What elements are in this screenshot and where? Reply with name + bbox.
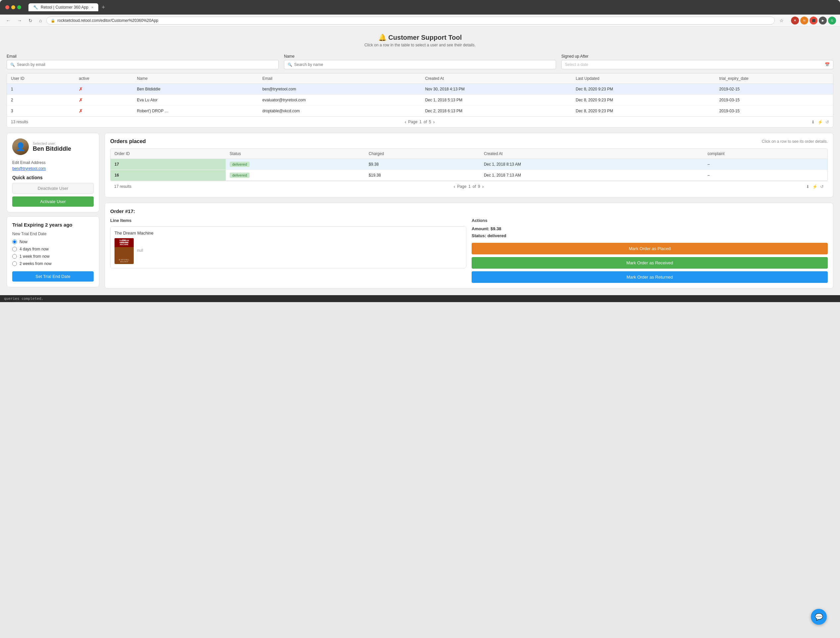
mark-placed-button[interactable]: Mark Order as Placed [472,243,828,255]
results-count: 13 results [11,120,28,124]
order-col-complaint: complaint [704,149,827,159]
orders-refresh-btn[interactable]: ↺ [820,184,824,189]
address-bar[interactable]: 🔒 rocksetcloud.retool.com/editor/Custome… [46,17,775,25]
line-items-label: Line Items [110,218,466,223]
user-table-row[interactable]: 3 ✗ Robert') DROP … droptable@xkcd.com D… [7,106,833,117]
next-page-btn[interactable]: › [433,119,435,125]
browser-tab[interactable]: 🔧 Retool | Customer 360 App ✕ [28,3,98,11]
orders-total-pages: 9 [478,184,480,189]
trial-radio-input[interactable] [12,247,17,252]
cell-updated: Dec 8, 2020 9:23 PM [572,84,715,95]
trial-radio-label: Now [19,239,27,244]
email-search-input[interactable] [17,62,275,67]
order-table-row[interactable]: 16 delivered $19.38 Dec 1, 2018 7:13 AM … [111,170,827,181]
users-table-container: User ID active Name Email Created At Las… [6,73,834,128]
activate-user-button[interactable]: Activate User [12,196,94,207]
trial-radio-option[interactable]: Now [12,239,94,244]
orders-next-page[interactable]: › [482,184,484,189]
extension-btn-5[interactable]: G [828,17,836,25]
actions-label: Actions [472,218,828,223]
col-last-updated: Last Updated [572,74,715,84]
pagination: ‹ Page 1 of 5 › [405,119,435,125]
cell-user-id: 3 [7,106,75,117]
cell-order-id: 16 [111,170,226,181]
col-trial: trial_expiry_date [715,74,833,84]
reload-button[interactable]: ↻ [27,17,35,24]
date-filter-input[interactable]: Select a date 📅 [561,60,834,69]
maximize-button[interactable] [17,5,21,9]
mark-returned-button[interactable]: Mark Order as Returned [472,271,828,283]
bookmark-button[interactable]: ☆ [777,17,786,24]
trial-radio-label: 4 days from now [19,247,49,252]
trial-radio-option[interactable]: 1 week from now [12,254,94,259]
close-button[interactable] [5,5,9,9]
orders-filter-btn[interactable]: ⚡ [812,184,818,189]
tab-close-button[interactable]: ✕ [91,6,94,9]
orders-current-page: 1 [468,184,471,189]
email-filter-label: Email [6,54,279,59]
col-email: Email [259,74,421,84]
trial-radio-input[interactable] [12,254,17,259]
extension-btn-3[interactable]: ⬛ [810,17,818,25]
extension-btn-1[interactable]: ✕ [791,17,799,25]
minimize-button[interactable] [11,5,15,9]
back-button[interactable]: ← [4,17,13,24]
cell-updated: Dec 8, 2020 9:23 PM [572,95,715,106]
date-filter-label: Signed up After [561,54,834,59]
item-null: null [137,238,143,253]
page-label: Page [408,120,417,124]
trial-radio-input[interactable] [12,261,17,266]
col-created-at: Created At [421,74,572,84]
app-header: 🔔 Customer Support Tool Click on a row i… [6,33,834,47]
cell-order-complaint: – [704,170,827,181]
forward-button[interactable]: → [15,17,24,24]
deactivate-user-button[interactable]: Deactivate User [12,183,94,194]
col-user-id: User ID [7,74,75,84]
trial-radio-input[interactable] [12,239,17,244]
prev-page-btn[interactable]: ‹ [405,119,406,125]
order-detail: Order #17: Line Items The Dream Machine … [104,203,834,288]
extension-btn-2[interactable]: N [800,17,808,25]
home-button[interactable]: ⌂ [37,17,44,24]
user-table-row[interactable]: 1 ✗ Ben Bitdiddle ben@tryretool.com Nov … [7,84,833,95]
email-search-icon: 🔍 [10,63,15,67]
lock-icon: 🔒 [51,19,55,23]
tab-label: Retool | Customer 360 App [41,5,88,9]
extension-btn-4[interactable]: ▶ [819,17,827,25]
name-filter-label: Name [284,54,556,59]
new-tab-button[interactable]: + [100,4,107,11]
trial-radio-label: 1 week from now [19,254,50,259]
orders-section: Orders placed Click on a row to see its … [104,133,834,198]
cell-order-status: delivered [226,170,365,181]
trial-radio-option[interactable]: 2 weeks from now [12,261,94,266]
orders-title: Orders placed [110,138,146,144]
status-value: delivered [488,233,506,238]
orders-hint: Click on a row to see its order details. [762,139,828,144]
refresh-btn[interactable]: ↺ [826,120,829,125]
tab-favicon: 🔧 [33,5,38,9]
filter-btn[interactable]: ⚡ [818,120,823,125]
order-detail-title: Order #17: [110,208,828,214]
edit-email-label: Edit Email Address [12,160,94,165]
cell-user-id: 2 [7,95,75,106]
cell-order-charged: $9.38 [365,159,480,170]
calendar-icon: 📅 [825,62,830,67]
orders-prev-page[interactable]: ‹ [454,184,455,189]
set-trial-end-date-button[interactable]: Set Trial End Date [12,271,94,282]
trial-radio-option[interactable]: 4 days from now [12,247,94,252]
of-label: of [424,120,427,124]
orders-download-btn[interactable]: ⬇ [806,184,810,189]
user-table-row[interactable]: 2 ✗ Eva Lu Ator evaluator@tryretool.com … [7,95,833,106]
user-card: 👤 Selected user: Ben Bitdiddle Edit Emai… [6,133,99,212]
name-search-input[interactable] [294,62,553,67]
download-btn[interactable]: ⬇ [811,120,815,125]
user-avatar: 👤 [12,138,29,155]
order-col-status: Status [226,149,365,159]
mark-received-button[interactable]: Mark Order as Received [472,257,828,269]
cell-order-created: Dec 1, 2018 8:13 AM [480,159,704,170]
order-table-row[interactable]: 17 delivered $9.38 Dec 1, 2018 8:13 AM – [111,159,827,170]
order-col-charged: Charged [365,149,480,159]
user-email[interactable]: ben@tryretool.com [12,166,94,171]
trial-card: Trial Expiring 2 years ago New Trial End… [6,216,99,287]
book-cover-image: THEDREAMMACHINE M. MITCHELL WALDROP [115,238,134,264]
